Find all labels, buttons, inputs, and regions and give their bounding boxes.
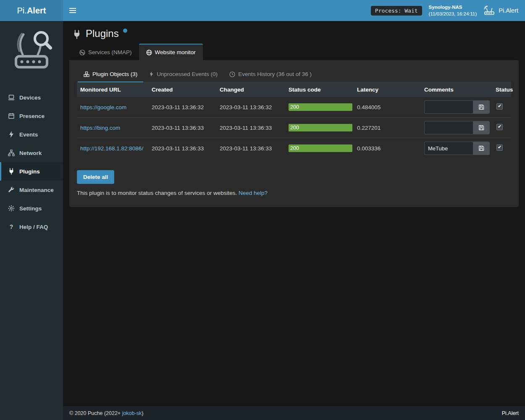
tab-label: Plugin Objects (3) <box>92 71 137 77</box>
sidebar-item-presence[interactable]: Presence <box>0 107 63 125</box>
col-header-monitored-url: Monitored URL <box>77 82 148 97</box>
status-checkbox[interactable] <box>496 124 503 130</box>
brand-text-light: Pi. <box>17 6 27 16</box>
navbar: Process: Wait Synology-NAS (11/03/2023, … <box>63 0 525 21</box>
clock-icon <box>229 71 235 77</box>
latency-cell: 0.003336 <box>354 138 421 159</box>
sidebar-toggle-button[interactable] <box>63 0 82 21</box>
plug-icon <box>72 30 81 39</box>
monitored-url-link[interactable]: https://bing.com <box>80 125 120 131</box>
comment-input[interactable] <box>424 142 473 155</box>
monitored-url-link[interactable]: http://192.168.1.82:8086/ <box>80 145 143 152</box>
footer-copyright: © 2020 Puche (2022+ jokob-sk) <box>69 410 143 416</box>
latency-cell: 0.227201 <box>354 118 421 138</box>
col-header-changed: Changed <box>216 82 285 97</box>
tab-label: Unprocessed Events (0) <box>157 71 218 77</box>
save-comment-button[interactable] <box>473 100 490 114</box>
sidebar-item-settings[interactable]: Settings <box>0 199 63 218</box>
sidebar-item-events[interactable]: Events <box>0 125 63 144</box>
status-code-bar: 200 <box>289 124 352 131</box>
table-row: http://192.168.1.82:8086/ 2023-03-11 13:… <box>77 138 511 159</box>
bolt-icon <box>8 131 15 138</box>
website-monitor-panel: Plugin Objects (3) Unprocessed Events (0… <box>69 60 519 207</box>
footer-brand: Pi.Alert <box>502 410 519 416</box>
latency-cell: 0.484005 <box>354 97 421 118</box>
save-comment-button[interactable] <box>473 142 490 155</box>
navbar-app-name: Pi.Alert <box>499 7 518 14</box>
save-comment-button[interactable] <box>473 121 490 134</box>
brand-text-bold: Alert <box>27 6 46 16</box>
page-header: Plugins <box>63 21 525 39</box>
tab-label: Website monitor <box>155 49 196 55</box>
tab-plugin-objects[interactable]: Plugin Objects (3) <box>78 67 143 82</box>
page-title: Plugins <box>86 28 119 39</box>
pialert-logo <box>0 21 63 88</box>
plugin-description-text: This plugin is to monitor status changes… <box>77 190 239 196</box>
comment-input[interactable] <box>424 121 473 134</box>
top-navbar: Pi.Alert Process: Wait Synology-NAS (11/… <box>0 0 525 21</box>
wrench-icon <box>8 186 15 193</box>
changed-cell: 2023-03-11 13:36:33 <box>216 118 285 138</box>
sitemap-icon <box>8 150 15 156</box>
sidebar: Devices Presence Events Network Plugins … <box>0 21 63 420</box>
sidebar-item-plugins[interactable]: Plugins <box>0 162 63 181</box>
footer-copyright-prefix: © 2020 Puche (2022+ <box>69 410 122 416</box>
main-content: Plugins Services (NMAP) Website monitor … <box>63 21 525 406</box>
process-status-badge: Process: Wait <box>371 6 422 16</box>
col-header-status-code: Status code <box>285 82 354 97</box>
plugins-help-badge[interactable] <box>123 29 127 33</box>
footer-copyright-suffix: ) <box>142 410 143 416</box>
sidebar-item-label: Network <box>19 150 42 156</box>
navbar-app-block[interactable]: Pi.Alert <box>483 5 518 16</box>
gear-icon <box>8 205 15 212</box>
sidebar-item-label: Help / FAQ <box>19 224 48 230</box>
navbar-right: Process: Wait Synology-NAS (11/03/2023, … <box>371 4 525 17</box>
brand-logo[interactable]: Pi.Alert <box>0 0 63 21</box>
sidebar-item-label: Settings <box>19 205 42 212</box>
col-header-status: Status <box>492 82 511 97</box>
plugin-description: This plugin is to monitor status changes… <box>77 190 511 196</box>
comment-input-group <box>424 100 490 114</box>
jokob-sk-link[interactable]: jokob-sk <box>122 410 142 416</box>
changed-cell: 2023-03-11 13:36:32 <box>216 97 285 118</box>
router-icon <box>483 5 495 16</box>
monitored-url-link[interactable]: https://google.com <box>80 104 126 110</box>
plugin-objects-table: Monitored URL Created Changed Status cod… <box>77 82 511 158</box>
status-code-bar: 200 <box>289 103 352 111</box>
tab-website-monitor[interactable]: Website monitor <box>139 44 203 60</box>
calendar-icon <box>8 113 15 119</box>
tab-label: Services (NMAP) <box>88 49 132 55</box>
need-help-link[interactable]: Need help? <box>239 190 268 196</box>
tab-services-nmap[interactable]: Services (NMAP) <box>72 44 139 60</box>
sidebar-item-label: Devices <box>19 94 41 101</box>
sidebar-item-network[interactable]: Network <box>0 144 63 162</box>
comment-input[interactable] <box>424 100 473 114</box>
hamburger-icon <box>69 8 76 13</box>
plugin-tabs: Services (NMAP) Website monitor <box>72 44 525 60</box>
col-header-created: Created <box>148 82 216 97</box>
tab-events-history[interactable]: Events History (36 out of 36 ) <box>223 67 318 82</box>
plug-icon <box>8 168 15 175</box>
col-header-latency: Latency <box>354 82 421 97</box>
created-cell: 2023-03-11 13:36:33 <box>148 118 216 138</box>
status-checkbox[interactable] <box>496 103 503 110</box>
delete-all-button[interactable]: Delete all <box>77 170 114 184</box>
footer: © 2020 Puche (2022+ jokob-sk) Pi.Alert <box>63 406 525 420</box>
sidebar-item-help-faq[interactable]: ? Help / FAQ <box>0 218 63 236</box>
sidebar-item-label: Events <box>19 131 38 138</box>
tab-unprocessed-events[interactable]: Unprocessed Events (0) <box>143 67 223 82</box>
tab-label: Events History (36 out of 36 ) <box>238 71 312 77</box>
question-icon: ? <box>8 223 15 230</box>
sidebar-item-devices[interactable]: Devices <box>0 88 63 107</box>
changed-cell: 2023-03-11 13:36:33 <box>216 138 285 159</box>
host-name: Synology-NAS <box>429 4 477 10</box>
host-info: Synology-NAS (11/03/2023, 16:24:11) <box>429 4 477 17</box>
table-header-row: Monitored URL Created Changed Status cod… <box>77 82 511 97</box>
host-timestamp: (11/03/2023, 16:24:11) <box>429 10 477 17</box>
status-checkbox[interactable] <box>496 144 503 151</box>
cubes-icon <box>84 71 89 77</box>
laptop-icon <box>8 94 15 101</box>
bolt-icon <box>149 71 154 77</box>
sidebar-item-label: Presence <box>19 113 45 119</box>
sidebar-item-maintenance[interactable]: Maintenance <box>0 181 63 199</box>
